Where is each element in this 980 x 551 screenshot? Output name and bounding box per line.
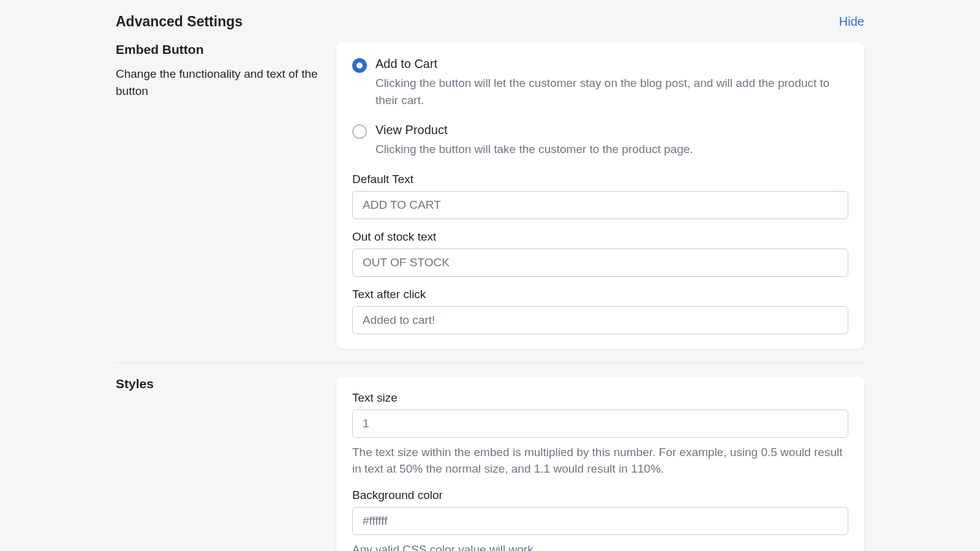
styles-card: Text size The text size within the embed… xyxy=(336,377,864,551)
text-size-help: The text size within the embed is multip… xyxy=(352,444,848,478)
default-text-label: Default Text xyxy=(352,173,848,186)
embed-card: Add to Cart Clicking the button will let… xyxy=(336,42,864,349)
radio-selected-icon[interactable] xyxy=(352,58,367,73)
radio-view-product[interactable]: View Product Clicking the button will ta… xyxy=(352,123,848,158)
radio-label: Add to Cart xyxy=(375,57,848,71)
page-title: Advanced Settings xyxy=(116,13,243,30)
radio-label: View Product xyxy=(375,123,848,137)
radio-unselected-icon[interactable] xyxy=(352,124,367,139)
bg-color-input[interactable] xyxy=(352,507,848,535)
text-size-label: Text size xyxy=(352,391,848,405)
styles-section-title: Styles xyxy=(116,377,324,391)
out-of-stock-input[interactable] xyxy=(352,249,848,277)
radio-desc: Clicking the button will let the custome… xyxy=(375,75,848,108)
bg-color-help: Any valid CSS color value will work. xyxy=(352,541,848,551)
text-size-input[interactable] xyxy=(352,410,848,438)
default-text-input[interactable] xyxy=(352,191,848,219)
radio-add-to-cart[interactable]: Add to Cart Clicking the button will let… xyxy=(352,57,848,108)
bg-color-label: Background color xyxy=(352,489,848,502)
hide-link[interactable]: Hide xyxy=(839,15,864,29)
out-of-stock-label: Out of stock text xyxy=(352,230,848,244)
radio-desc: Clicking the button will take the custom… xyxy=(375,141,848,158)
after-click-input[interactable] xyxy=(352,306,848,334)
after-click-label: Text after click xyxy=(352,288,848,301)
embed-section-title: Embed Button xyxy=(116,42,324,57)
embed-section-desc: Change the functionality and text of the… xyxy=(116,66,324,99)
